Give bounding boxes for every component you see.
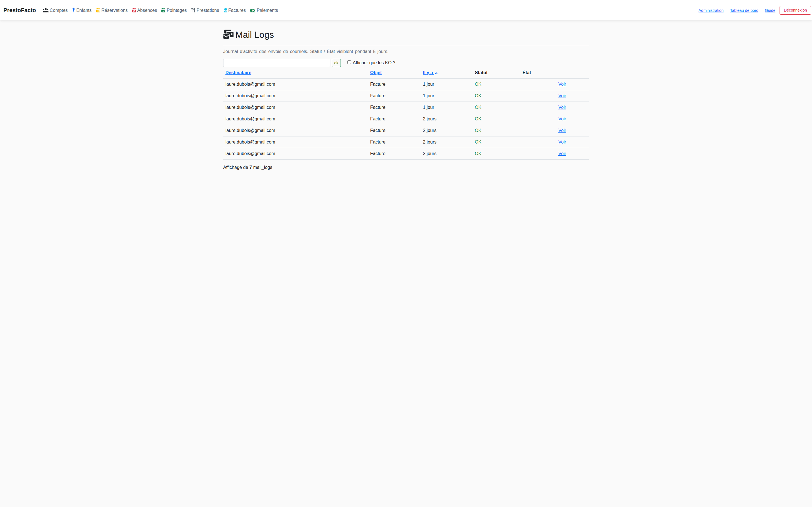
svg-text:1: 1 [252,10,253,11]
